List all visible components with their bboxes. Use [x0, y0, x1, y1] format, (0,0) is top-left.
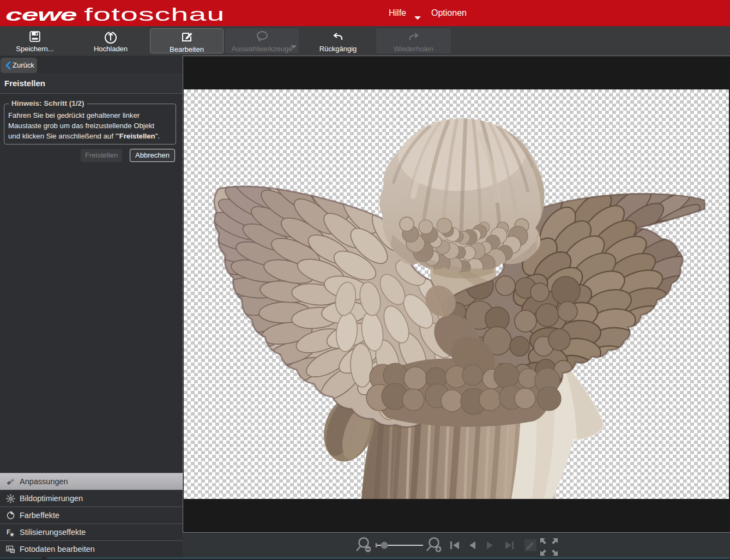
svg-text:F: F [7, 528, 10, 536]
